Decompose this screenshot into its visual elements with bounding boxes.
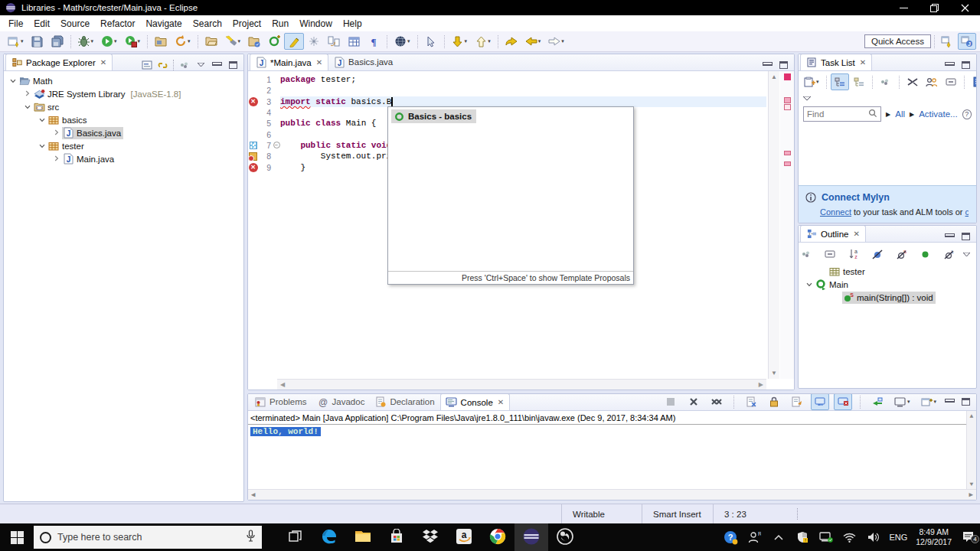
console-tab-problems[interactable]: Problems bbox=[250, 393, 312, 410]
language-indicator[interactable]: ENG bbox=[885, 533, 911, 542]
collapse-chevron-icon[interactable] bbox=[799, 93, 976, 105]
new-console-button[interactable]: ▾ bbox=[917, 393, 939, 410]
dropdown-arrow-icon[interactable]: ▾ bbox=[465, 38, 468, 44]
volume-tray-icon[interactable] bbox=[861, 532, 885, 543]
scroll-right-icon[interactable]: ▶ bbox=[969, 491, 973, 499]
task-blue-button[interactable] bbox=[969, 73, 977, 90]
taskbar-app-store[interactable] bbox=[380, 523, 413, 551]
menu-run[interactable]: Run bbox=[266, 16, 294, 31]
outline-item-main-string-void[interactable]: Smain(String[]) : void bbox=[799, 291, 976, 304]
maximize-view-icon[interactable] bbox=[960, 231, 972, 242]
open-task-button[interactable] bbox=[201, 33, 221, 50]
error-marker[interactable] bbox=[784, 151, 791, 155]
microphone-icon[interactable] bbox=[246, 530, 256, 545]
maximize-button[interactable] bbox=[919, 0, 949, 15]
taskbar-app-chrome[interactable] bbox=[481, 523, 514, 551]
word-wrap-button[interactable] bbox=[788, 393, 806, 410]
diff-marker-icon[interactable] bbox=[250, 142, 257, 149]
editor-tab--main-java[interactable]: J*Main.java✕ bbox=[250, 54, 328, 70]
editor-vertical-scrollbar[interactable]: ▲ ▼ bbox=[768, 71, 779, 379]
chevron-expanded-icon[interactable] bbox=[21, 103, 33, 111]
back-button[interactable]: ▾ bbox=[521, 33, 545, 50]
annotation-down-button[interactable]: ▾ bbox=[448, 33, 472, 50]
code-line-1[interactable]: 1package tester; bbox=[248, 74, 766, 85]
new-java-project-button[interactable] bbox=[151, 33, 171, 50]
expand-all-icon[interactable]: ▶ bbox=[886, 111, 890, 118]
error-marker-icon[interactable]: ✕ bbox=[249, 163, 258, 172]
dots-button[interactable] bbox=[798, 246, 815, 262]
scroll-up-icon[interactable]: ▲ bbox=[769, 73, 779, 80]
show-hidden-icons-chevron[interactable] bbox=[766, 534, 790, 540]
view-menu-icon[interactable] bbox=[195, 60, 207, 70]
hide-local-button[interactable]: L bbox=[939, 246, 958, 262]
expand-activate-icon[interactable]: ▶ bbox=[910, 111, 914, 118]
taskbar-app-task-view[interactable] bbox=[279, 523, 312, 551]
taskbar-app-eclipse[interactable] bbox=[514, 523, 548, 551]
menu-source[interactable]: Source bbox=[55, 16, 95, 31]
run-config-button[interactable]: ▾ bbox=[121, 33, 145, 50]
view-menu-icon[interactable] bbox=[963, 249, 970, 259]
dropdown-arrow-icon[interactable]: ▾ bbox=[188, 38, 191, 44]
defender-tray-icon[interactable]: ! bbox=[790, 531, 814, 543]
display-console-button[interactable]: ▾ bbox=[891, 393, 913, 410]
minimize-view-icon[interactable] bbox=[944, 60, 956, 70]
tab-package-explorer[interactable]: Package Explorer ✕ bbox=[5, 54, 113, 70]
tree-item-basics[interactable]: basics bbox=[4, 113, 243, 126]
sort-az-button[interactable]: az bbox=[844, 246, 863, 262]
people2-button[interactable] bbox=[923, 73, 941, 90]
console-vertical-scrollbar[interactable]: ▲▼ bbox=[966, 411, 976, 489]
editor-tab-basics-java[interactable]: JBasics.java bbox=[328, 54, 398, 70]
maximize-view-icon[interactable] bbox=[960, 60, 972, 70]
start-button[interactable] bbox=[0, 523, 34, 551]
web-browser-button[interactable]: ▾ bbox=[390, 33, 414, 50]
completion-item[interactable]: Basics - basics bbox=[391, 109, 476, 123]
dropdown-arrow-icon[interactable]: ▾ bbox=[407, 38, 410, 44]
menu-refactor[interactable]: Refactor bbox=[95, 16, 140, 31]
scroll-left-icon[interactable]: ◀ bbox=[280, 381, 285, 388]
filter-all-link[interactable]: All bbox=[895, 109, 905, 119]
minimize-button[interactable] bbox=[888, 0, 919, 15]
tree-item-jre-system-library[interactable]: JRE System Library[JavaSE-1.8] bbox=[4, 87, 243, 100]
new-task-button[interactable]: ▾ bbox=[800, 73, 822, 90]
dropdown-arrow-icon[interactable]: ▾ bbox=[114, 38, 117, 44]
chevron-expanded-icon[interactable] bbox=[36, 116, 47, 124]
taskbar-clock[interactable]: 8:49 AM12/9/2017 bbox=[911, 527, 956, 547]
maximize-view-icon[interactable] bbox=[227, 60, 239, 70]
tree-item-src[interactable]: src bbox=[4, 100, 243, 113]
green-dot-button[interactable] bbox=[916, 246, 934, 262]
collapse-minus-button[interactable] bbox=[821, 246, 839, 262]
stop-button[interactable] bbox=[662, 393, 680, 410]
sparkle-button[interactable] bbox=[304, 33, 324, 50]
dropdown-arrow-icon[interactable]: ▾ bbox=[561, 38, 564, 44]
people-tray-icon[interactable]: R bbox=[743, 531, 766, 543]
close-button[interactable] bbox=[949, 0, 980, 15]
tree-item-basics-java[interactable]: JBasics.java bbox=[4, 126, 243, 139]
show-on-output-button[interactable] bbox=[834, 393, 852, 410]
taskbar-app-dropbox[interactable] bbox=[413, 523, 447, 551]
dropdown-arrow-icon[interactable]: ▾ bbox=[238, 38, 241, 44]
maximize-view-icon[interactable] bbox=[960, 396, 972, 407]
scroll-down-icon[interactable]: ▼ bbox=[967, 481, 976, 487]
outline-item-main[interactable]: Main bbox=[799, 278, 976, 291]
editor-horizontal-scrollbar[interactable]: ◀▶ bbox=[277, 379, 766, 390]
mylyn-connect-link[interactable]: Connect bbox=[820, 207, 851, 217]
taskbar-app-obs[interactable] bbox=[548, 523, 582, 551]
clear-console-button[interactable] bbox=[742, 393, 760, 410]
close-view-icon[interactable]: ✕ bbox=[100, 58, 106, 67]
package-explorer-sync-button[interactable] bbox=[244, 33, 264, 50]
quickfix-marker-icon[interactable] bbox=[249, 152, 257, 161]
chevron-collapsed-icon[interactable] bbox=[51, 129, 62, 137]
close-view-icon[interactable]: ✕ bbox=[860, 58, 866, 67]
error-marker[interactable] bbox=[784, 161, 791, 166]
run-button[interactable]: ▾ bbox=[97, 33, 121, 50]
action-center-icon[interactable]: 4 bbox=[956, 531, 980, 543]
compare-pages-button[interactable] bbox=[324, 33, 344, 50]
error-marker[interactable] bbox=[784, 97, 791, 103]
table-button[interactable] bbox=[344, 33, 364, 50]
mark-occurrences-button[interactable] bbox=[284, 33, 304, 50]
taskbar-search-input[interactable]: Type here to search bbox=[34, 526, 262, 549]
console-tab-declaration[interactable]: Declaration bbox=[370, 393, 439, 410]
code-line-2[interactable]: 2 bbox=[248, 85, 766, 96]
focus-on-task-icon[interactable] bbox=[141, 60, 152, 70]
chevron-expanded-icon[interactable] bbox=[36, 142, 47, 150]
